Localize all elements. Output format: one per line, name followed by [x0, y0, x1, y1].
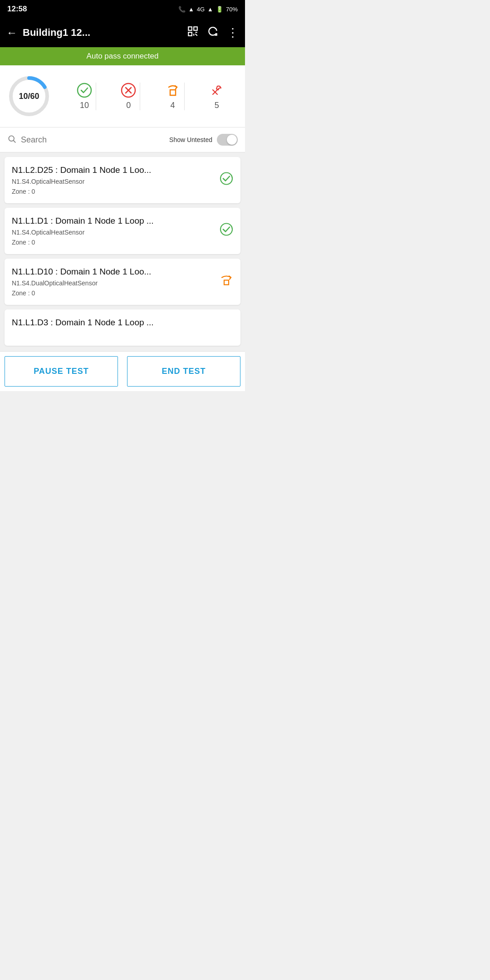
svg-rect-1: [194, 27, 197, 30]
svg-point-9: [78, 83, 91, 97]
stat-passed: 10: [73, 83, 96, 110]
card-subtitle: N1.S4.DualOpticalHeatSensor: [12, 279, 233, 287]
status-icons: 📞 ▲ 4G ▲ 🔋 70%: [178, 6, 238, 13]
banner-text: Auto pass connected: [87, 52, 159, 60]
stat-wrench: 5: [206, 83, 228, 110]
network-4g-icon: 4G: [197, 6, 205, 13]
stats-section: 10/60 10 0: [0, 65, 245, 127]
status-passed-icon: [220, 172, 233, 189]
card-zone: Zone : 0: [12, 239, 233, 246]
back-button[interactable]: ←: [6, 26, 17, 39]
signal-icon: ▲: [207, 6, 213, 13]
stat-failed: 0: [117, 83, 140, 110]
more-menu-icon[interactable]: ⋮: [227, 26, 239, 40]
card-title: N1.L1.D1 : Domain 1 Node 1 Loop ...: [12, 216, 233, 226]
stat-items: 10 0 4: [63, 83, 239, 110]
svg-rect-0: [188, 27, 192, 30]
pending-icon: [165, 83, 181, 98]
battery-icon: 🔋: [216, 6, 223, 13]
app-bar: ← Building1 12... ⋮: [0, 18, 245, 47]
list-item[interactable]: N1.L1.D3 : Domain 1 Node 1 Loop ...: [5, 309, 240, 346]
progress-label: 10/60: [19, 92, 39, 101]
end-test-button[interactable]: END TEST: [127, 356, 240, 387]
status-bar: 12:58 📞 ▲ 4G ▲ 🔋 70%: [0, 0, 245, 18]
svg-rect-2: [188, 32, 192, 36]
wrench-count: 5: [215, 101, 219, 110]
search-bar: Show Untested: [0, 127, 245, 152]
failed-count: 0: [126, 101, 131, 110]
svg-point-18: [220, 224, 232, 235]
card-subtitle: N1.S4.OpticalHeatSensor: [12, 178, 233, 185]
failed-icon: [121, 83, 136, 98]
page-title: Building1 12...: [23, 27, 181, 39]
passed-count: 10: [80, 101, 89, 110]
svg-rect-13: [170, 90, 176, 95]
app-bar-icons: ⋮: [187, 25, 239, 40]
wifi-icon: ▲: [188, 6, 194, 13]
search-input[interactable]: [21, 135, 165, 145]
card-title: N1.L1.D10 : Domain 1 Node 1 Loo...: [12, 267, 233, 277]
svg-line-16: [14, 140, 16, 142]
status-time: 12:58: [7, 5, 27, 14]
stat-pending: 4: [162, 83, 185, 110]
battery-percent: 70%: [226, 6, 238, 13]
card-title: N1.L1.D3 : Domain 1 Node 1 Loop ...: [12, 318, 233, 328]
pending-count: 4: [171, 101, 175, 110]
show-untested-toggle[interactable]: [217, 134, 238, 146]
passed-icon: [77, 83, 92, 98]
scan-icon[interactable]: [187, 25, 199, 40]
status-passed-icon: [220, 223, 233, 240]
svg-line-6: [195, 34, 197, 35]
search-icon: [7, 134, 16, 146]
toggle-knob: [227, 135, 237, 145]
bottom-buttons: PAUSE TEST END TEST: [0, 351, 245, 391]
svg-rect-19: [224, 280, 229, 285]
wrench-icon: [209, 83, 225, 98]
card-title: N1.L2.D25 : Domain 1 Node 1 Loo...: [12, 165, 233, 175]
list-item[interactable]: N1.L2.D25 : Domain 1 Node 1 Loo... N1.S4…: [5, 157, 240, 203]
refresh-icon[interactable]: [207, 25, 219, 40]
svg-point-17: [220, 173, 232, 185]
show-untested-label: Show Untested: [169, 136, 212, 143]
list-item[interactable]: N1.L1.D10 : Domain 1 Node 1 Loo... N1.S4…: [5, 259, 240, 305]
card-zone: Zone : 0: [12, 188, 233, 195]
device-list: N1.L2.D25 : Domain 1 Node 1 Loo... N1.S4…: [0, 152, 245, 346]
card-zone: Zone : 0: [12, 289, 233, 297]
progress-circle: 10/60: [6, 74, 52, 119]
card-subtitle: N1.S4.OpticalHeatSensor: [12, 229, 233, 236]
pause-test-button[interactable]: PAUSE TEST: [5, 356, 118, 387]
voip-icon: 📞: [178, 6, 186, 13]
connection-banner: Auto pass connected: [0, 47, 245, 65]
svg-point-15: [9, 136, 14, 141]
list-item[interactable]: N1.L1.D1 : Domain 1 Node 1 Loop ... N1.S…: [5, 208, 240, 254]
status-pending-icon: [220, 274, 233, 290]
